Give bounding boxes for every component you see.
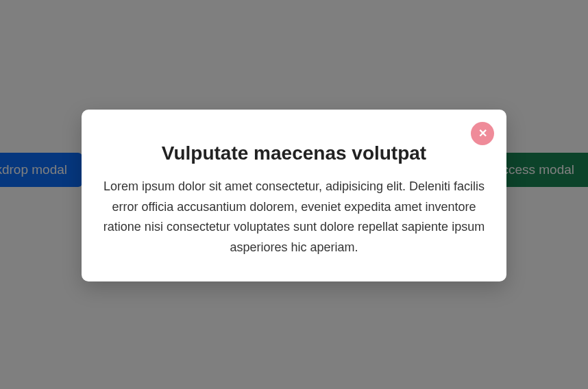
modal-title: Vulputate maecenas volutpat	[99, 142, 489, 164]
close-button[interactable]: ✕	[471, 122, 494, 145]
modal-dialog: ✕ Vulputate maecenas volutpat Lorem ipsu…	[82, 110, 506, 281]
close-icon: ✕	[478, 128, 487, 139]
modal-body-text: Lorem ipsum dolor sit amet consectetur, …	[99, 177, 489, 258]
